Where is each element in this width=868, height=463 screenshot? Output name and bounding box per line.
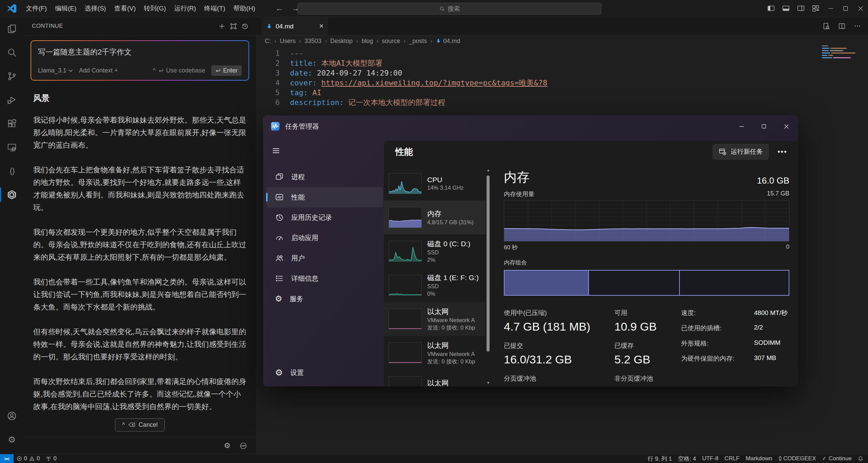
status-item-行-9-列-1[interactable]: 行 9, 列 1 — [645, 454, 675, 463]
perf-item-eth1[interactable]: 以太网VMware Network A发送: 0 接收: 0 Kbp — [384, 302, 486, 336]
minimap[interactable] — [822, 45, 863, 60]
split-editor-icon[interactable] — [838, 22, 846, 30]
activity-item-account[interactable] — [0, 404, 24, 428]
minimize-icon[interactable] — [730, 116, 753, 137]
more-options-icon[interactable] — [239, 442, 247, 450]
tm-nav-startup[interactable]: 启动应用 — [266, 228, 383, 248]
gear-icon[interactable]: ⚙ — [224, 442, 231, 449]
open-preview-icon[interactable] — [823, 22, 830, 30]
tm-nav-details[interactable]: 详细信息 — [266, 268, 383, 289]
perf-item-eth3[interactable]: 以太网VMware Network A — [384, 370, 486, 386]
perf-item-eth2[interactable]: 以太网VMware Network A发送: 0 接收: 0 Kbp — [384, 336, 486, 370]
add-context-button[interactable]: Add Context + — [79, 67, 118, 74]
close-tab-icon[interactable]: ✕ — [319, 23, 324, 30]
tm-nav-processes[interactable]: 进程 — [266, 167, 383, 187]
scrollbar-thumb[interactable] — [487, 175, 490, 352]
remote-indicator[interactable]: >< — [0, 454, 14, 463]
status-item-空格-4[interactable]: 空格: 4 — [675, 454, 699, 463]
prompt-input[interactable]: 写一篇随意主题的2千字作文 — [38, 47, 242, 57]
cancel-button[interactable]: ^ Cancel — [115, 418, 164, 432]
activity-item-run-debug[interactable] — [0, 88, 24, 112]
tm-nav-history[interactable]: 应用历史记录 — [266, 207, 383, 228]
menu-item-4[interactable]: 转到(G) — [140, 2, 170, 15]
page-title: 性能 — [395, 146, 713, 158]
status-item-crlf[interactable]: CRLF — [722, 454, 743, 463]
menu-item-7[interactable]: 帮助(H) — [229, 2, 259, 15]
tab-04md[interactable]: 04.md ✕ — [261, 17, 328, 35]
new-session-icon[interactable] — [216, 20, 228, 32]
problems-indicator[interactable]: 0 0 — [14, 454, 43, 463]
status-item-markdown[interactable]: Markdown — [743, 454, 775, 463]
layout-sidebar-left-icon[interactable] — [764, 0, 778, 17]
run-new-task-button[interactable]: 运行新任务 — [713, 144, 769, 160]
status-item-utf-8[interactable]: UTF-8 — [699, 454, 722, 463]
status-item-continue[interactable]: ✓Continue — [819, 454, 855, 463]
perf-item-cpu[interactable]: CPU14% 3.14 GHz — [384, 167, 486, 201]
activity-item-codegeex[interactable]: ⟨⟩ — [0, 159, 24, 183]
breadcrumb-separator: › — [376, 38, 378, 45]
menu-item-3[interactable]: 查看(V) — [110, 2, 140, 15]
breadcrumb-item-7[interactable]: 04.md — [436, 38, 460, 45]
continue-panel-header: CONTINUE — [24, 17, 256, 36]
minimize-icon[interactable] — [823, 0, 838, 17]
tm-nav-performance[interactable]: 性能 — [266, 187, 383, 207]
stat-label: 速度: — [681, 309, 754, 317]
stat-label: 已提交 — [504, 341, 602, 350]
tm-nav-users[interactable]: 用户 — [266, 248, 383, 268]
model-selector[interactable]: Llama_3.1 — [38, 67, 73, 74]
breadcrumb-item-1[interactable]: Users — [280, 38, 296, 45]
enter-button[interactable]: Enter — [211, 65, 242, 76]
more-options-icon[interactable]: ••• — [777, 147, 787, 156]
maximize-icon[interactable] — [838, 0, 853, 17]
memory-details: 内存 16.0 GB 内存使用量 15.7 GB 60 秒 0 内存组合 — [491, 167, 797, 386]
activity-item-explorer[interactable] — [0, 17, 24, 41]
layout-sidebar-right-icon[interactable] — [793, 0, 808, 17]
menu-item-2[interactable]: 选择(S) — [81, 2, 110, 15]
tm-nav-services[interactable]: ⚙服务 — [266, 289, 383, 309]
activity-item-search[interactable] — [0, 41, 24, 64]
menu-item-0[interactable]: 文件(F) — [22, 2, 51, 15]
menu-item-1[interactable]: 编辑(E) — [51, 2, 80, 15]
breadcrumb-item-0[interactable]: C: — [265, 38, 271, 45]
close-icon[interactable] — [775, 116, 797, 137]
breadcrumb-item-4[interactable]: blog — [361, 38, 373, 45]
activity-item-settings[interactable]: ⚙ — [0, 428, 24, 451]
window-controls — [764, 0, 868, 17]
use-codebase-hint: ^ Use codebase — [153, 67, 205, 74]
maximize-icon[interactable] — [753, 116, 775, 137]
back-arrow-icon[interactable]: ← — [276, 4, 283, 13]
activity-item-continue[interactable] — [0, 183, 24, 207]
code-line-5: 5tag: AI — [256, 88, 868, 98]
menu-item-5[interactable]: 运行(R) — [170, 2, 200, 15]
more-actions-icon[interactable] — [854, 22, 861, 30]
scrollbar[interactable]: ▲ ▼ — [486, 167, 491, 386]
taskmgr-titlebar: 任务管理器 — [263, 116, 797, 137]
breadcrumb-item-5[interactable]: source — [382, 38, 400, 45]
perf-item-disk1[interactable]: 磁盘 1 (E: F: G:)SSD0% — [384, 268, 486, 302]
bell-icon[interactable] — [855, 454, 868, 463]
breadcrumb-item-3[interactable]: Desktop — [330, 38, 353, 45]
close-icon[interactable] — [853, 0, 868, 17]
activity-item-source-control[interactable] — [0, 64, 24, 88]
fullscreen-icon[interactable] — [228, 20, 239, 32]
nav-menu-icon[interactable] — [272, 146, 280, 155]
panel-footer: ⚙ — [24, 437, 256, 454]
layout-customize-icon[interactable] — [808, 0, 823, 17]
menu-item-6[interactable]: 终端(T) — [200, 2, 229, 15]
startup-icon — [275, 233, 284, 242]
perf-item-memory[interactable]: 内存4.8/15.7 GB (31%) — [384, 201, 486, 234]
perf-subtitle: 0% — [427, 290, 479, 297]
ports-indicator[interactable]: 0 — [43, 454, 59, 463]
activity-item-remote-explorer[interactable] — [0, 135, 24, 159]
tm-nav-settings[interactable]: ⚙设置 — [266, 362, 383, 383]
status-item-codegeex[interactable]: ⟨⟩CODEGEEX — [775, 454, 819, 463]
perf-item-disk0[interactable]: 磁盘 0 (C: D:)SSD2% — [384, 234, 486, 268]
activity-item-extensions[interactable] — [0, 112, 24, 135]
code-area[interactable]: 1---2title: 本地AI大模型部署3date: 2024-09-27 1… — [256, 46, 868, 107]
layout-panel-icon[interactable] — [778, 0, 793, 17]
history-icon[interactable] — [239, 20, 251, 32]
breadcrumb-item-6[interactable]: _posts — [409, 38, 427, 45]
stat-label: 已缓存 — [614, 341, 657, 350]
search-input[interactable]: 搜索 — [297, 3, 601, 15]
breadcrumb-item-2[interactable]: 33503 — [304, 38, 321, 45]
